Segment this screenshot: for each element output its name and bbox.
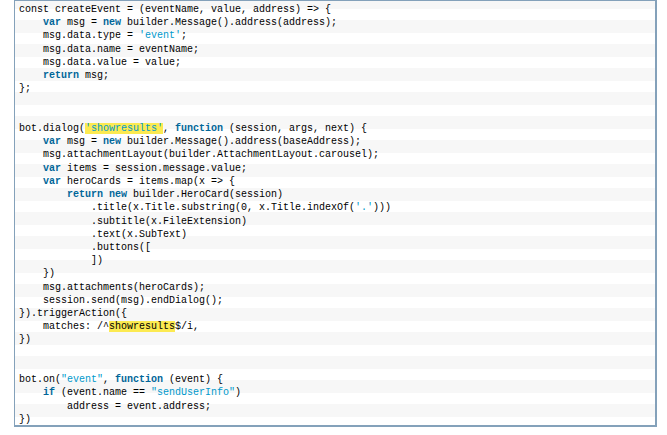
- code-token-string: 'event': [139, 30, 181, 41]
- code-token-keyword: function: [175, 123, 223, 134]
- code-token-plain: .text(x.SubText): [19, 229, 187, 240]
- code-line: msg.data.type = 'event';: [19, 29, 655, 42]
- code-token-plain: [19, 189, 67, 200]
- code-token-highlighted: showresults: [109, 321, 175, 332]
- code-line: [19, 347, 655, 360]
- code-line: msg.attachments(heroCards);: [19, 281, 655, 294]
- code-token-plain: msg.attachments(heroCards);: [19, 282, 205, 293]
- code-token-plain: bot.on(: [19, 374, 61, 385]
- code-token-plain: ))): [373, 202, 391, 213]
- code-token-keyword: var: [43, 176, 61, 187]
- code-token-keyword: new: [109, 189, 127, 200]
- code-token-plain: (session, args, next) {: [223, 123, 367, 134]
- code-line: ]): [19, 254, 655, 267]
- code-line: [19, 96, 655, 109]
- code-token-plain: [19, 17, 43, 28]
- code-token-plain: msg.data.value = value;: [19, 57, 181, 68]
- code-line: bot.on("event", function (event) {: [19, 373, 655, 386]
- code-line: matches: /^showresults$/i,: [19, 320, 655, 333]
- code-line: msg.data.name = eventName;: [19, 43, 655, 56]
- code-token-plain: }): [19, 268, 55, 279]
- code-line: }): [19, 413, 655, 426]
- code-block: const createEvent = (eventName, value, a…: [14, 0, 657, 427]
- code-token-plain: }): [19, 414, 31, 425]
- code-token-plain: builder.Message().address(address);: [121, 17, 337, 28]
- code-token-keyword: return: [67, 189, 103, 200]
- code-token-keyword: var: [43, 163, 61, 174]
- code-line: bot.dialog('showresults', function (sess…: [19, 122, 655, 135]
- code-token-plain: [19, 163, 43, 174]
- code-token-keyword: function: [115, 374, 163, 385]
- code-line: .title(x.Title.substring(0, x.Title.inde…: [19, 201, 655, 214]
- code-token-plain: .buttons([: [19, 242, 151, 253]
- code-token-plain: (event) {: [163, 374, 223, 385]
- code-token-plain: builder.Message().address(baseAddress);: [121, 136, 361, 147]
- code-token-keyword: var: [43, 136, 61, 147]
- code-line: }): [19, 333, 655, 346]
- code-line: address = event.address;: [19, 400, 655, 413]
- code-line: .buttons([: [19, 241, 655, 254]
- code-line: }).triggerAction({: [19, 307, 655, 320]
- code-token-keyword: new: [103, 17, 121, 28]
- code-token-plain: ,: [163, 123, 175, 134]
- code-line: msg.data.value = value;: [19, 56, 655, 69]
- code-token-plain: (event.name ==: [55, 387, 151, 398]
- code-token-plain: ,: [103, 374, 115, 385]
- code-token-string-highlighted: 'showresults': [85, 123, 163, 134]
- code-token-plain: msg =: [61, 136, 103, 147]
- code-line: };: [19, 82, 655, 95]
- code-token-plain: [19, 136, 43, 147]
- code-token-plain: const createEvent = (eventName, value, a…: [19, 4, 331, 15]
- code-token-plain: msg.data.name = eventName;: [19, 44, 199, 55]
- code-token-plain: ;: [181, 30, 187, 41]
- code-token-string: '.': [355, 202, 373, 213]
- code-line: }): [19, 267, 655, 280]
- code-token-keyword: var: [43, 17, 61, 28]
- code-token-plain: address = event.address;: [19, 401, 211, 412]
- code-token-plain: [19, 387, 43, 398]
- code-token-plain: [19, 176, 43, 187]
- code-line: .subtitle(x.FileExtension): [19, 215, 655, 228]
- code-line: if (event.name == "sendUserInfo"): [19, 386, 655, 399]
- code-token-plain: .title(x.Title.substring(0, x.Title.inde…: [19, 202, 355, 213]
- code-token-plain: msg =: [61, 17, 103, 28]
- code-line: return new builder.HeroCard(session): [19, 188, 655, 201]
- code-token-plain: matches: /^: [19, 321, 109, 332]
- code-token-plain: }).triggerAction({: [19, 308, 127, 319]
- code-token-plain: heroCards = items.map(x => {: [61, 176, 235, 187]
- code-token-plain: ): [235, 387, 241, 398]
- code-line: const createEvent = (eventName, value, a…: [19, 3, 655, 16]
- code-line: session.send(msg).endDialog();: [19, 294, 655, 307]
- code-token-keyword: new: [103, 136, 121, 147]
- code-token-keyword: return: [43, 70, 79, 81]
- code-token-plain: }): [19, 334, 31, 345]
- code-line: msg.attachmentLayout(builder.AttachmentL…: [19, 148, 655, 161]
- code-line: [19, 109, 655, 122]
- code-token-plain: msg.attachmentLayout(builder.AttachmentL…: [19, 149, 379, 160]
- code-token-plain: ]): [19, 255, 103, 266]
- code-token-plain: bot.dialog(: [19, 123, 85, 134]
- code-line: [19, 360, 655, 373]
- code-token-plain: builder.HeroCard(session): [127, 189, 283, 200]
- code-token-plain: .subtitle(x.FileExtension): [19, 216, 247, 227]
- code-token-plain: msg;: [79, 70, 109, 81]
- code-token-plain: [19, 70, 43, 81]
- code-token-string: "event": [61, 374, 103, 385]
- code-line: var heroCards = items.map(x => {: [19, 175, 655, 188]
- code-token-plain: };: [19, 83, 31, 94]
- code-line: .text(x.SubText): [19, 228, 655, 241]
- code-line: var items = session.message.value;: [19, 162, 655, 175]
- code-token-plain: msg.data.type =: [19, 30, 139, 41]
- code-line: var msg = new builder.Message().address(…: [19, 16, 655, 29]
- code-line: var msg = new builder.Message().address(…: [19, 135, 655, 148]
- code-token-plain: $/i,: [175, 321, 199, 332]
- code-token-plain: session.send(msg).endDialog();: [19, 295, 223, 306]
- code-token-plain: items = session.message.value;: [61, 163, 247, 174]
- code-line: return msg;: [19, 69, 655, 82]
- code-token-keyword: if: [43, 387, 55, 398]
- code-token-string: "sendUserInfo": [151, 387, 235, 398]
